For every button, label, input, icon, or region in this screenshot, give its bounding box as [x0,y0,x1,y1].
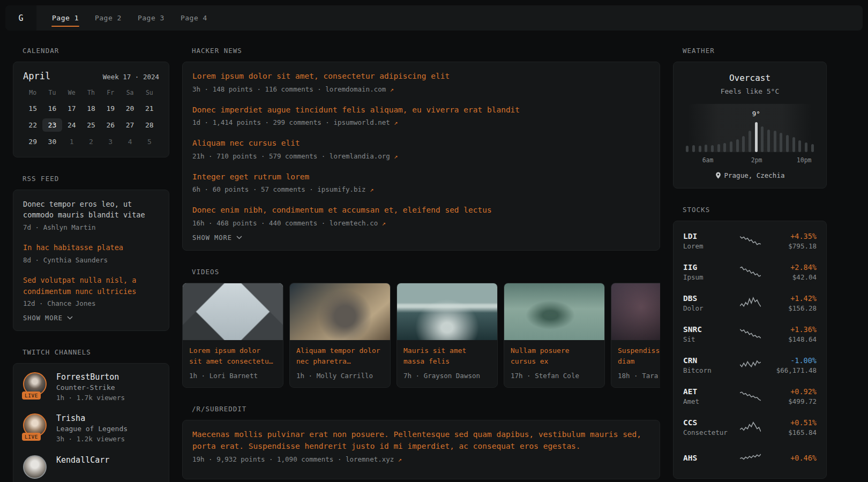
subreddit-item-title[interactable]: Maecenas mollis pulvinar erat non posuer… [192,429,650,453]
weather-hour-column [809,144,815,152]
video-meta: 7h · Grayson Dawson [403,371,491,381]
channel-name[interactable]: Trisha [56,413,128,423]
weather-bar [736,139,739,152]
stock-row[interactable]: LDI Lorem +4.35% $795.18 [682,225,818,257]
hackernews-section-title: HACKER NEWS [192,47,660,55]
stock-price: $42.04 [767,273,817,281]
video-card[interactable]: Nullam posuere cursus ex 17h · Stefan Co… [504,283,605,388]
weather-hour-column [728,141,735,152]
weather-hour-column [740,136,747,152]
videos-section-title: VIDEOS [192,268,660,276]
stock-row[interactable]: DBS Dolor +1.42% $156.28 [682,288,818,319]
stock-name: Lorem [683,242,734,250]
rss-card: Donec tempor eros leo, ut commodo mauris… [13,190,169,331]
stocks-card: LDI Lorem +4.35% $795.18 IIG Ipsum [673,221,827,479]
hn-item-meta: 1d · 1,414 points · 299 comments · ipsum… [192,118,650,128]
stock-sparkline [740,449,761,468]
tab-page-3[interactable]: Page 3 [130,5,173,31]
stock-row[interactable]: AET Amet +0.92% $499.72 [682,381,818,412]
weather-hour-column [691,145,697,152]
weather-time-label: 2pm [751,156,762,164]
videos-row: Lorem ipsum dolor sit amet consectetu… 1… [182,283,660,388]
hn-item-title[interactable]: Lorem ipsum dolor sit amet, consectetur … [192,71,650,82]
video-thumbnail[interactable] [611,283,660,340]
video-meta: 17h · Stefan Cole [511,371,598,381]
stock-row[interactable]: SNRC Sit +1.36% $148.64 [682,319,818,350]
twitch-channel[interactable]: LIVE ForrestBurton Counter-Strike 1h · 1… [23,372,159,403]
calendar-day: 16 [42,102,62,115]
video-title[interactable]: Mauris sit amet massa felis [403,345,491,367]
tab-page-2[interactable]: Page 2 [87,5,130,31]
calendar-widget: CALENDAR April Week 17 · 2024 MoTuWeThFr… [13,47,169,157]
external-link-icon: ↗ [398,456,402,463]
video-thumbnail[interactable] [183,283,283,340]
weather-hour-column [703,145,709,152]
hn-item-title[interactable]: Aliquam nec cursus elit [192,138,650,149]
calendar-month: April [23,71,50,81]
hn-item: Donec imperdiet augue tincidunt felis al… [192,104,650,129]
stock-sparkline [740,325,761,343]
weather-hourly-chart: 9° [682,107,818,152]
rss-item: Donec tempor eros leo, ut commodo mauris… [23,199,159,232]
twitch-card: LIVE ForrestBurton Counter-Strike 1h · 1… [13,363,169,482]
video-title[interactable]: Suspendisse volutpat diam [618,345,660,367]
weather-bar [780,133,782,152]
stock-ticker: DBS [683,294,734,303]
weather-hour-column [790,137,797,152]
stock-ticker: AHS [683,454,734,462]
video-thumbnail[interactable] [397,283,497,340]
hn-item-title[interactable]: Donec imperdiet augue tincidunt felis al… [192,104,650,116]
stock-name: Ipsum [683,273,734,281]
video-card[interactable]: Suspendisse volutpat diam 18h · Tara [611,283,660,388]
channel-name[interactable]: ForrestBurton [56,372,125,382]
rss-item: In hac habitasse platea 8d · Cynthia Sau… [23,242,159,265]
channel-name[interactable]: KendallCarr [56,455,109,465]
tab-page-1[interactable]: Page 1 [44,5,87,31]
video-card[interactable]: Mauris sit amet massa felis 7h · Grayson… [396,283,498,388]
video-thumbnail[interactable] [290,283,390,340]
calendar-day: 4 [120,135,139,148]
hn-item: Lorem ipsum dolor sit amet, consectetur … [192,71,650,95]
stock-row[interactable]: CRN Bitcorn -1.00% $66,171.48 [682,350,818,381]
weather-hour-column [734,139,740,152]
weather-location: Prague, Czechia [682,171,818,179]
twitch-channel[interactable]: KendallCarr [23,455,159,481]
video-title[interactable]: Lorem ipsum dolor sit amet consectetu… [189,345,276,367]
video-title[interactable]: Nullam posuere cursus ex [511,345,598,367]
video-title[interactable]: Aliquam tempor dolor nec pharetra… [296,345,384,367]
video-card[interactable]: Aliquam tempor dolor nec pharetra… 1h · … [289,283,391,388]
stock-name: Amet [683,397,734,405]
calendar-section-title: CALENDAR [23,47,169,55]
rss-item-title[interactable]: Sed volutpat nulla nisl, a condimentum n… [23,275,159,297]
rss-item-title[interactable]: In hac habitasse platea [23,242,159,253]
calendar-day: 25 [81,118,101,132]
hn-item-title[interactable]: Integer eget rutrum lorem [192,171,650,183]
hn-item: Integer eget rutrum lorem 6h · 60 points… [192,171,650,195]
video-thumbnail[interactable] [504,283,604,340]
weather-bar [742,136,745,152]
rss-show-more-button[interactable]: SHOW MORE [23,314,73,322]
stock-row[interactable]: AHS +0.46% [682,443,818,474]
stock-price: $795.18 [767,242,817,250]
weather-bar [767,130,770,152]
stock-sparkline [740,356,761,374]
app-logo[interactable]: G [5,5,36,31]
stock-name: Consectetur [683,428,734,436]
weather-bar [786,135,789,152]
hn-item-title[interactable]: Donec enim nibh, condimentum et accumsan… [192,205,650,216]
video-card[interactable]: Lorem ipsum dolor sit amet consectetu… 1… [182,283,283,388]
weather-bar [699,146,701,152]
calendar-day: 19 [101,102,120,115]
stock-row[interactable]: IIG Ipsum +2.84% $42.04 [682,257,818,288]
calendar-day: 22 [23,118,42,132]
twitch-channel[interactable]: LIVE Trisha League of Legends 3h · 1.2k … [23,413,159,445]
stock-row[interactable]: CCS Consectetur +0.51% $165.84 [682,412,818,443]
tab-page-4[interactable]: Page 4 [173,5,215,31]
rss-item-title[interactable]: Donec tempor eros leo, ut commodo mauris… [23,199,159,221]
weather-bar [798,140,801,152]
left-column: CALENDAR April Week 17 · 2024 MoTuWeThFr… [13,47,169,482]
hn-show-more-button[interactable]: SHOW MORE [192,234,242,242]
calendar-day: 18 [81,102,101,115]
hn-item: Aliquam nec cursus elit 21h · 710 points… [192,138,650,162]
subreddit-section-title: /R/SUBREDDIT [192,405,660,413]
